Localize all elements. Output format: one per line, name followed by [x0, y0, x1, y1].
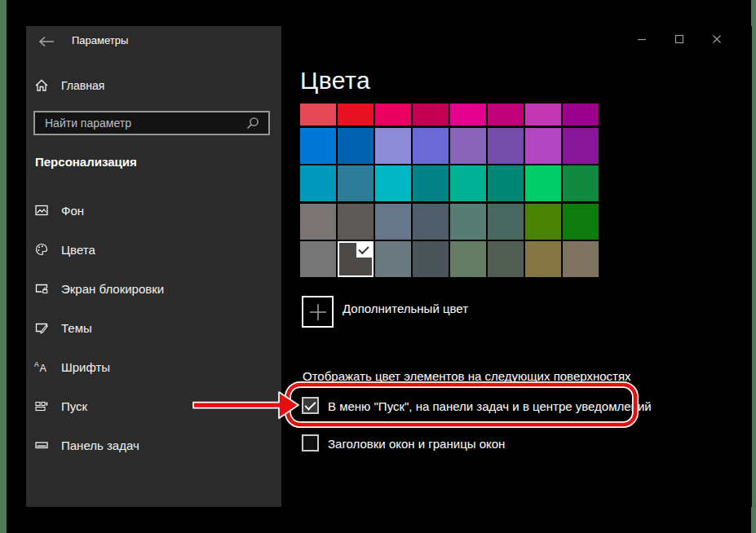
swatch-row — [300, 165, 599, 201]
custom-color-label: Дополнительный цвет — [343, 302, 468, 315]
sidebar-item-home[interactable]: Главная — [34, 76, 104, 95]
color-swatch[interactable] — [375, 165, 411, 201]
swatch-row — [300, 204, 599, 240]
color-swatch[interactable] — [338, 204, 374, 240]
close-button[interactable] — [698, 26, 736, 51]
swatch-row — [300, 128, 599, 164]
sidebar-item-lock-screen[interactable]: Экран блокировки — [26, 269, 281, 308]
sidebar-nav: Фон Цвета — [26, 191, 281, 465]
settings-window: Параметры Главная Найти параметр — [26, 26, 752, 507]
checkbox-start-taskbar-action-center-label[interactable]: В меню "Пуск", на панели задач и в центр… — [328, 399, 652, 413]
color-swatch[interactable] — [450, 204, 486, 240]
color-swatch[interactable] — [338, 104, 374, 126]
color-swatch[interactable] — [525, 165, 561, 201]
sidebar-item-label: Темы — [61, 321, 92, 335]
back-button[interactable] — [33, 31, 60, 52]
sidebar-item-themes[interactable]: Темы — [26, 308, 281, 347]
back-arrow-icon — [38, 36, 55, 47]
search-input[interactable]: Найти параметр — [33, 111, 270, 135]
desktop: Параметры Главная Найти параметр — [0, 0, 756, 533]
color-swatch[interactable] — [338, 241, 374, 277]
swatch-row — [300, 104, 599, 126]
fonts-icon: A A — [34, 359, 49, 374]
color-swatch[interactable] — [300, 204, 336, 240]
close-icon — [712, 34, 722, 44]
color-swatch[interactable] — [525, 128, 561, 164]
sidebar-item-start[interactable]: Пуск — [26, 386, 281, 425]
svg-text:A: A — [34, 360, 39, 368]
sidebar-item-label: Фон — [61, 204, 84, 218]
color-swatch[interactable] — [413, 204, 449, 240]
color-swatch[interactable] — [488, 104, 524, 126]
color-swatch[interactable] — [450, 128, 486, 164]
home-icon — [34, 78, 49, 93]
sidebar-item-label: Панель задач — [61, 438, 139, 452]
themes-icon — [34, 320, 49, 335]
color-swatch[interactable] — [338, 165, 374, 201]
color-swatch[interactable] — [525, 241, 561, 277]
sidebar-item-background[interactable]: Фон — [26, 191, 281, 230]
color-swatch[interactable] — [375, 104, 411, 126]
taskbar-icon — [34, 438, 49, 452]
color-swatch[interactable] — [338, 128, 374, 164]
color-swatch[interactable] — [488, 204, 524, 240]
custom-color-button[interactable] — [302, 296, 334, 328]
color-swatch[interactable] — [450, 165, 486, 201]
color-swatch[interactable] — [450, 241, 486, 277]
selected-check-icon — [356, 243, 372, 258]
background-icon — [34, 203, 49, 218]
color-swatch[interactable] — [488, 241, 524, 277]
color-swatch[interactable] — [563, 128, 599, 164]
color-swatch[interactable] — [300, 241, 336, 277]
color-swatch[interactable] — [525, 104, 561, 126]
color-swatch[interactable] — [300, 104, 336, 126]
checkbox-start-taskbar-action-center[interactable] — [302, 397, 319, 414]
sidebar-section-title: Персонализация — [35, 155, 137, 169]
sidebar-item-fonts[interactable]: A A Шрифты — [26, 347, 281, 386]
color-swatch[interactable] — [525, 204, 561, 240]
color-swatch[interactable] — [563, 165, 599, 201]
color-swatch[interactable] — [375, 128, 411, 164]
content-area: Цвета Дополнительный цвет Отображать цве… — [281, 26, 752, 507]
sidebar: Параметры Главная Найти параметр — [26, 26, 281, 507]
sidebar-home-label: Главная — [61, 79, 104, 92]
color-swatch[interactable] — [413, 165, 449, 201]
color-swatch[interactable] — [488, 165, 524, 201]
checkbox-title-bars-borders-label[interactable]: Заголовки окон и границы окон — [328, 437, 505, 451]
lock-screen-icon — [34, 281, 49, 296]
sidebar-item-label: Пуск — [61, 399, 87, 413]
start-icon — [34, 399, 49, 413]
color-swatch[interactable] — [563, 204, 599, 240]
window-title: Параметры — [72, 34, 128, 46]
search-placeholder: Найти параметр — [45, 117, 246, 130]
sidebar-item-colors[interactable]: Цвета — [26, 230, 281, 269]
checkbox-title-bars-borders[interactable] — [302, 434, 319, 452]
color-swatch[interactable] — [300, 165, 336, 201]
desktop-background-left — [0, 0, 7, 533]
color-swatch[interactable] — [450, 104, 486, 126]
color-grid — [300, 104, 599, 280]
color-swatch[interactable] — [413, 128, 449, 164]
color-swatch[interactable] — [413, 104, 449, 126]
color-swatch[interactable] — [300, 128, 336, 164]
sidebar-item-label: Экран блокировки — [61, 282, 164, 296]
sidebar-item-label: Цвета — [61, 243, 95, 257]
color-swatch[interactable] — [413, 241, 449, 277]
color-swatch[interactable] — [563, 241, 599, 277]
minimize-icon — [637, 34, 647, 44]
sidebar-item-taskbar[interactable]: Панель задач — [26, 425, 281, 465]
colors-icon — [34, 242, 49, 257]
swatch-row — [300, 241, 599, 277]
plus-icon — [309, 303, 327, 321]
minimize-button[interactable] — [623, 26, 661, 51]
surfaces-heading: Отображать цвет элементов на следующих п… — [303, 369, 631, 383]
page-title: Цвета — [300, 67, 370, 95]
svg-text:A: A — [40, 363, 47, 374]
color-swatch[interactable] — [375, 204, 411, 240]
maximize-button[interactable] — [661, 26, 698, 51]
color-swatch[interactable] — [375, 241, 411, 277]
color-swatch[interactable] — [563, 104, 599, 126]
sidebar-item-label: Шрифты — [61, 360, 110, 374]
color-swatch[interactable] — [488, 128, 524, 164]
search-icon[interactable] — [246, 117, 259, 130]
